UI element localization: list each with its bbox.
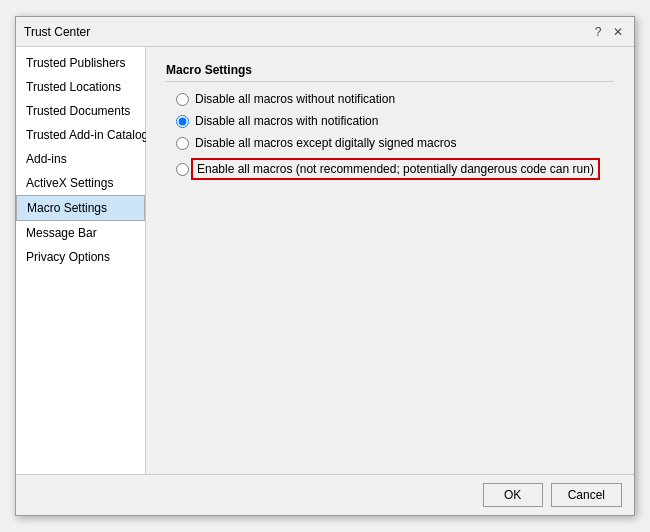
sidebar-item-trusted-add-ins[interactable]: Trusted Add-in Catalogs (16, 123, 145, 147)
cancel-button[interactable]: Cancel (551, 483, 622, 507)
radio-label-opt3: Disable all macros except digitally sign… (195, 136, 456, 150)
radio-item-opt1[interactable]: Disable all macros without notification (176, 92, 614, 106)
sidebar-item-trusted-locations[interactable]: Trusted Locations (16, 75, 145, 99)
title-bar-controls: ? ✕ (590, 24, 626, 40)
title-bar: Trust Center ? ✕ (16, 17, 634, 47)
sidebar-item-macro-settings[interactable]: Macro Settings (16, 195, 145, 221)
sidebar-item-add-ins[interactable]: Add-ins (16, 147, 145, 171)
sidebar-item-message-bar[interactable]: Message Bar (16, 221, 145, 245)
radio-input-opt4[interactable] (176, 163, 189, 176)
sidebar-item-activex-settings[interactable]: ActiveX Settings (16, 171, 145, 195)
sidebar-item-privacy-options[interactable]: Privacy Options (16, 245, 145, 269)
dialog-title: Trust Center (24, 25, 90, 39)
radio-input-opt3[interactable] (176, 137, 189, 150)
radio-item-opt3[interactable]: Disable all macros except digitally sign… (176, 136, 614, 150)
dialog-footer: OK Cancel (16, 474, 634, 515)
section-title: Macro Settings (166, 63, 614, 82)
radio-item-opt2[interactable]: Disable all macros with notification (176, 114, 614, 128)
ok-button[interactable]: OK (483, 483, 543, 507)
content-area: Macro Settings Disable all macros withou… (146, 47, 634, 474)
sidebar: Trusted PublishersTrusted LocationsTrust… (16, 47, 146, 474)
radio-label-opt1: Disable all macros without notification (195, 92, 395, 106)
trust-center-dialog: Trust Center ? ✕ Trusted PublishersTrust… (15, 16, 635, 516)
radio-label-opt2: Disable all macros with notification (195, 114, 378, 128)
radio-input-opt2[interactable] (176, 115, 189, 128)
sidebar-item-trusted-documents[interactable]: Trusted Documents (16, 99, 145, 123)
help-button[interactable]: ? (590, 24, 606, 40)
radio-input-opt1[interactable] (176, 93, 189, 106)
sidebar-item-trusted-publishers[interactable]: Trusted Publishers (16, 51, 145, 75)
dialog-body: Trusted PublishersTrusted LocationsTrust… (16, 47, 634, 474)
radio-label-opt4: Enable all macros (not recommended; pote… (191, 158, 600, 180)
macro-options-group: Disable all macros without notificationD… (166, 92, 614, 180)
radio-item-opt4[interactable]: Enable all macros (not recommended; pote… (176, 158, 614, 180)
close-button[interactable]: ✕ (610, 24, 626, 40)
